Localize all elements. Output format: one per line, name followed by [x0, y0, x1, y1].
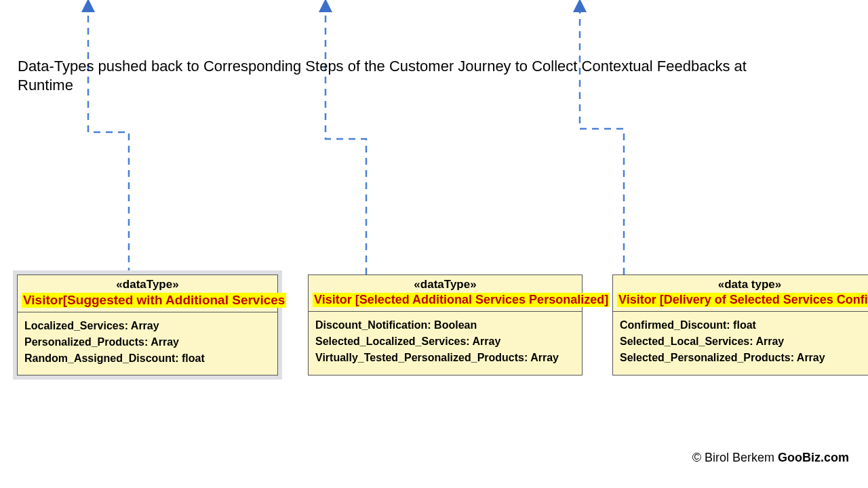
attribute-row: Confirmed_Discount: float [620, 317, 868, 333]
datatype-box-selected: «dataType» Visitor [Selected Additional … [308, 274, 583, 375]
datatype-box-confirmed: «data type» Visitor [Delivery of Selecte… [612, 274, 868, 375]
attribute-row: Localized_Services: Array [24, 318, 271, 334]
diagram-caption: Data-Types pushed back to Corresponding … [18, 57, 764, 94]
stereotype-label: «data type» [617, 278, 868, 291]
datatype-box-suggested: «dataType» Visitor[Suggested with Additi… [17, 274, 278, 375]
attribute-row: Random_Assigned_Discount: float [24, 350, 271, 367]
datatype-boxes-row: «dataType» Visitor[Suggested with Additi… [17, 274, 868, 375]
attribute-row: Virtually_Tested_Personalized_Products: … [315, 350, 575, 366]
attribute-row: Selected_Personalized_Products: Array [620, 350, 868, 366]
datatype-attributes: Discount_Notification: Boolean Selected_… [309, 312, 582, 374]
datatype-header: «data type» Visitor [Delivery of Selecte… [613, 275, 868, 312]
copyright-brand: GooBiz.com [778, 451, 849, 464]
attribute-row: Discount_Notification: Boolean [315, 317, 575, 333]
copyright-label: © Birol Berkem GooBiz.com [692, 451, 849, 465]
datatype-attributes: Confirmed_Discount: float Selected_Local… [613, 312, 868, 374]
stereotype-label: «dataType» [313, 278, 578, 291]
datatype-header: «dataType» Visitor [Selected Additional … [309, 275, 582, 312]
attribute-row: Personalized_Products: Array [24, 334, 271, 350]
datatype-title: Visitor [Delivery of Selected Services C… [617, 293, 868, 307]
attribute-row: Selected_Localized_Services: Array [315, 333, 575, 350]
copyright-text: © Birol Berkem [692, 451, 778, 464]
datatype-header: «dataType» Visitor[Suggested with Additi… [18, 275, 277, 312]
stereotype-label: «dataType» [22, 278, 273, 291]
attribute-row: Selected_Local_Services: Array [620, 333, 868, 350]
datatype-title: Visitor [Selected Additional Services Pe… [313, 293, 610, 307]
datatype-attributes: Localized_Services: Array Personalized_P… [18, 312, 277, 375]
datatype-title: Visitor[Suggested with Additional Servic… [22, 293, 286, 308]
